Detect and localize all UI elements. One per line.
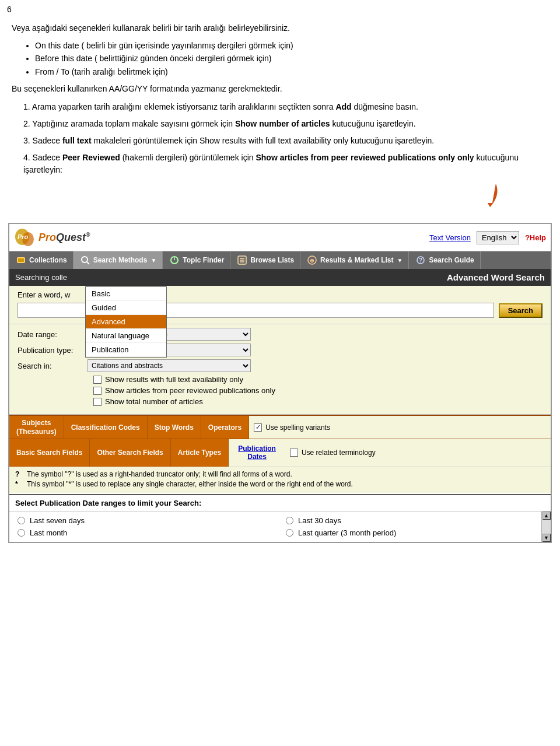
nav-topic-finder-label: Topic Finder xyxy=(183,256,224,264)
search-button[interactable]: Search xyxy=(499,303,542,318)
intro-line1: Veya aşağıdaki seçenekleri kullanarak be… xyxy=(12,22,548,34)
checkbox-fulltext-row: Show results with full text availability… xyxy=(93,375,542,384)
nav-topic-finder[interactable]: Topic Finder xyxy=(163,251,230,269)
use-terminology-area: Use related terminology xyxy=(285,439,551,467)
peer-checkbox[interactable] xyxy=(93,387,102,395)
radio-last-seven-days[interactable] xyxy=(18,517,25,524)
proquest-navbar: Collections Search Methods ▼ Topic Finde… xyxy=(9,251,551,269)
terminology-label: Use related terminology xyxy=(302,449,376,457)
nav-search-methods-label: Search Methods xyxy=(93,256,148,264)
radio-last-30: Last 30 days xyxy=(286,516,542,525)
nav-collections[interactable]: Collections xyxy=(9,251,74,269)
searching-text: Searching colle xyxy=(15,273,67,282)
pub-date-section: Select Publication Date ranges to limit … xyxy=(9,494,551,542)
step-1: 1. Arama yaparken tarih aralığını ekleme… xyxy=(23,101,548,113)
scrollbar[interactable]: ▲ ▼ xyxy=(541,512,551,542)
question-symbol: ? xyxy=(15,470,23,478)
tab-article-types[interactable]: Article Types xyxy=(171,439,229,467)
tabs-row-1: Subjects (Thesaurus) Classification Code… xyxy=(9,415,551,439)
search-guide-icon: ? xyxy=(415,254,426,266)
advanced-word-search-title: Advanced Word Search xyxy=(447,272,545,282)
nav-collections-label: Collections xyxy=(29,256,67,264)
bullet-item-1: On this date ( belirli bir gün içerisind… xyxy=(35,39,548,52)
dropdown-basic[interactable]: Basic xyxy=(86,287,166,301)
tab-classification[interactable]: Classification Codes xyxy=(64,416,148,439)
spelling-variants-label: Use spelling variants xyxy=(265,423,330,432)
search-in-row: Search in: Citations and abstracts xyxy=(18,359,542,372)
text-version-link[interactable]: Text Version xyxy=(429,233,471,242)
language-select[interactable]: English xyxy=(477,231,519,244)
help-link[interactable]: ?Help xyxy=(525,233,546,242)
svg-line-6 xyxy=(87,262,89,264)
dropdown-publication[interactable]: Publication xyxy=(86,343,166,357)
tab-other-search[interactable]: Other Search Fields xyxy=(90,439,170,467)
tabs-row-2: Basic Search Fields Other Search Fields … xyxy=(9,439,551,467)
radio-last-seven-label: Last seven days xyxy=(30,516,85,525)
nav-results[interactable]: ⊕ Results & Marked List ▼ xyxy=(300,251,409,269)
browse-lists-icon xyxy=(236,254,248,266)
svg-point-5 xyxy=(82,257,88,262)
fulltext-checkbox[interactable] xyxy=(93,376,102,384)
peer-label: Show articles from peer reviewed publica… xyxy=(105,386,275,395)
date-range-label: Date range: xyxy=(18,330,88,339)
radio-last-30-days[interactable] xyxy=(286,517,293,524)
proquest-logo: Pro ProQuest® xyxy=(14,226,90,248)
search-header-bar: Searching colle Basic Guided Advanced Na… xyxy=(9,269,551,286)
star-symbol: * xyxy=(15,480,23,488)
tab-operators[interactable]: Operators xyxy=(201,416,249,439)
tab-subjects[interactable]: Subjects (Thesaurus) xyxy=(9,416,64,439)
tab-stop-words[interactable]: Stop Words xyxy=(148,416,201,439)
step-2: 2. Yaptığınız aramada toplam makale sayı… xyxy=(23,118,548,130)
radio-last-month[interactable] xyxy=(18,529,25,537)
bullet-item-2: Before this date ( belirttiğiniz günden … xyxy=(35,52,548,65)
bullet-item-3: From / To (tarih aralığı belirtmek için) xyxy=(35,65,548,78)
svg-text:Pro: Pro xyxy=(18,233,29,240)
help-symbol-star: * This symbol "*" is used to replace any… xyxy=(15,480,545,488)
nav-search-methods[interactable]: Search Methods ▼ xyxy=(74,251,163,269)
radio-last-quarter: Last quarter (3 month period) xyxy=(286,528,542,537)
radio-last-month-label: Last month xyxy=(30,528,67,537)
nav-results-label: Results & Marked List xyxy=(320,256,393,264)
total-checkbox[interactable] xyxy=(93,398,102,406)
dropdown-guided[interactable]: Guided xyxy=(86,301,166,315)
radio-last-quarter[interactable] xyxy=(286,529,293,537)
scroll-up-btn[interactable]: ▲ xyxy=(542,512,551,520)
results-arrow: ▼ xyxy=(397,257,402,264)
logo-text: ProQuest® xyxy=(38,232,90,244)
radio-last-month: Last month xyxy=(18,528,274,537)
nav-search-guide-label: Search Guide xyxy=(429,256,474,264)
radio-last-seven: Last seven days xyxy=(18,516,274,525)
svg-rect-4 xyxy=(18,258,24,262)
nav-browse-lists-label: Browse Lists xyxy=(250,256,294,264)
tab-basic-search[interactable]: Basic Search Fields xyxy=(9,439,90,467)
operators-area: ✓ Use spelling variants xyxy=(249,416,551,439)
step-4: 4. Sadece Peer Reviewed (hakemli dergile… xyxy=(23,152,548,176)
pub-dates-area: Publication Dates xyxy=(229,439,285,467)
terminology-checkbox[interactable] xyxy=(290,449,298,457)
topbar-right: Text Version English ?Help xyxy=(429,231,546,244)
help-symbol-question: ? The symbol "?" is used as a right-hand… xyxy=(15,470,545,478)
proquest-topbar: Pro ProQuest® Text Version English ?Help xyxy=(9,224,551,251)
dropdown-advanced[interactable]: Advanced xyxy=(86,315,166,329)
dropdown-natural[interactable]: Natural language xyxy=(86,329,166,343)
collections-icon xyxy=(15,254,27,266)
results-icon: ⊕ xyxy=(306,254,318,266)
topic-finder-icon xyxy=(169,254,180,266)
svg-text:?: ? xyxy=(419,257,422,264)
pub-dates-tab[interactable]: Publication Dates xyxy=(233,442,281,464)
spelling-variants-checkbox[interactable]: ✓ xyxy=(254,423,262,432)
pub-date-header: Select Publication Date ranges to limit … xyxy=(9,495,551,512)
checkbox-peer-row: Show articles from peer reviewed publica… xyxy=(93,386,542,395)
checkbox-total-row: Show total number of articles xyxy=(93,397,542,406)
step-3: 3. Sadece full text makaleleri görüntüle… xyxy=(23,135,548,147)
pub-date-body: Last seven days Last 30 days Last month … xyxy=(9,512,551,542)
svg-text:⊕: ⊕ xyxy=(310,258,314,264)
nav-browse-lists[interactable]: Browse Lists xyxy=(230,251,300,269)
intro-line2: Bu seçenekleri kullanırken AA/GG/YY form… xyxy=(12,83,548,95)
radio-last-quarter-label: Last quarter (3 month period) xyxy=(298,528,396,537)
search-in-select[interactable]: Citations and abstracts xyxy=(88,359,251,372)
scroll-down-btn[interactable]: ▼ xyxy=(542,534,551,542)
nav-search-guide[interactable]: ? Search Guide xyxy=(409,251,480,269)
search-in-label: Search in: xyxy=(18,362,88,370)
search-methods-dropdown: Basic Guided Advanced Natural language P… xyxy=(85,286,167,358)
